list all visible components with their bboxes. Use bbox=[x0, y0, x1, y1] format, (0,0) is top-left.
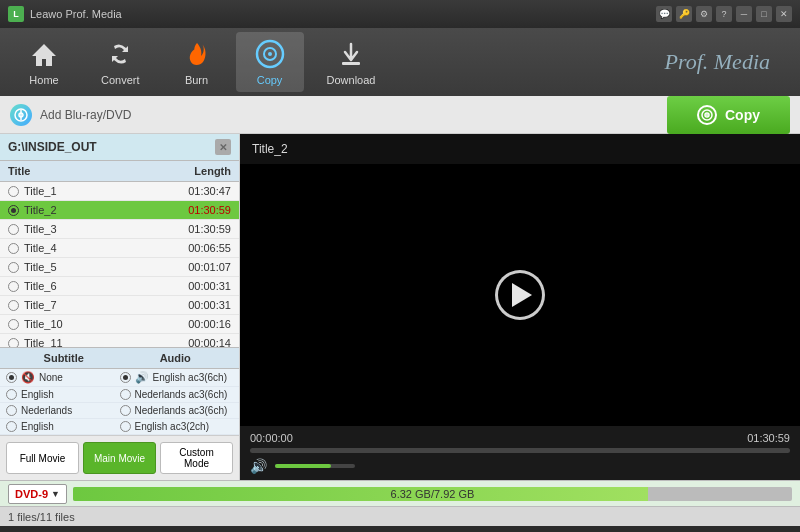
subtitle-radio[interactable] bbox=[6, 372, 17, 383]
title-radio[interactable] bbox=[8, 319, 19, 330]
main-movie-button[interactable]: Main Movie bbox=[83, 442, 156, 474]
title-radio[interactable] bbox=[8, 262, 19, 273]
audio-radio[interactable] bbox=[120, 389, 131, 400]
audio-item[interactable]: Nederlands ac3(6ch) bbox=[120, 405, 234, 416]
secondary-toolbar: Add Blu-ray/DVD Copy bbox=[0, 96, 800, 134]
title-label: Title_5 bbox=[8, 261, 188, 273]
disc-close-button[interactable]: ✕ bbox=[215, 139, 231, 155]
title-radio[interactable] bbox=[8, 243, 19, 254]
main-content: G:\INSIDE_OUT ✕ Title Length Title_1 01:… bbox=[0, 134, 800, 480]
add-disc-icon bbox=[10, 104, 32, 126]
maximize-button[interactable]: □ bbox=[756, 6, 772, 22]
title-name: Title_1 bbox=[24, 185, 57, 197]
nav-download[interactable]: Download bbox=[309, 32, 394, 92]
subtitle-radio[interactable] bbox=[6, 389, 17, 400]
disc-name: G:\INSIDE_OUT bbox=[8, 140, 97, 154]
nav-items: Home Convert Burn bbox=[10, 32, 393, 92]
title-row[interactable]: Title_1 01:30:47 bbox=[0, 182, 239, 201]
title-name: Title_10 bbox=[24, 318, 63, 330]
titles-list: Title_1 01:30:47 Title_2 01:30:59 Title_… bbox=[0, 182, 239, 347]
title-label: Title_3 bbox=[8, 223, 188, 235]
settings-icon[interactable]: ⚙ bbox=[696, 6, 712, 22]
volume-icon[interactable]: 🔊 bbox=[250, 458, 267, 474]
add-disc-section: Add Blu-ray/DVD bbox=[10, 104, 131, 126]
title-length: 00:00:14 bbox=[188, 337, 231, 347]
audio-label: English ac3(2ch) bbox=[135, 421, 209, 432]
subtitle-item[interactable]: Nederlands bbox=[6, 405, 120, 416]
title-row[interactable]: Title_3 01:30:59 bbox=[0, 220, 239, 239]
title-name: Title_6 bbox=[24, 280, 57, 292]
audio-radio[interactable] bbox=[120, 405, 131, 416]
sub-audio-row: English Nederlands ac3(6ch) bbox=[0, 387, 239, 403]
custom-mode-button[interactable]: Custom Mode bbox=[160, 442, 233, 474]
dvd-format-label: DVD-9 bbox=[15, 488, 48, 500]
help-icon[interactable]: ? bbox=[716, 6, 732, 22]
title-row[interactable]: Title_6 00:00:31 bbox=[0, 277, 239, 296]
volume-fill bbox=[275, 464, 331, 468]
close-button[interactable]: ✕ bbox=[776, 6, 792, 22]
audio-radio[interactable] bbox=[120, 421, 131, 432]
subtitle-item[interactable]: English bbox=[6, 389, 120, 400]
nav-burn[interactable]: Burn bbox=[163, 32, 231, 92]
title-row[interactable]: Title_10 00:00:16 bbox=[0, 315, 239, 334]
titles-table-header: Title Length bbox=[0, 161, 239, 182]
title-radio[interactable] bbox=[8, 300, 19, 311]
dvd-format-select[interactable]: DVD-9 ▼ bbox=[8, 484, 67, 504]
video-controls: 00:00:00 01:30:59 🔊 bbox=[240, 426, 800, 480]
subtitle-label: English bbox=[21, 421, 54, 432]
audio-item[interactable]: Nederlands ac3(6ch) bbox=[120, 389, 234, 400]
video-title: Title_2 bbox=[240, 134, 800, 164]
time-display: 00:00:00 01:30:59 bbox=[250, 432, 790, 444]
title-col-header: Title bbox=[8, 165, 194, 177]
right-panel: Title_2 00:00:00 01:30:59 🔊 bbox=[240, 134, 800, 480]
subtitle-radio[interactable] bbox=[6, 405, 17, 416]
volume-bar[interactable] bbox=[275, 464, 355, 468]
title-row[interactable]: Title_7 00:00:31 bbox=[0, 296, 239, 315]
audio-speaker-icon: 🔊 bbox=[135, 371, 149, 384]
audio-label: Nederlands ac3(6ch) bbox=[135, 405, 228, 416]
storage-bar-wrapper: 6.32 GB/7.92 GB bbox=[73, 487, 792, 501]
audio-item[interactable]: 🔊 English ac3(6ch) bbox=[120, 371, 234, 384]
subtitle-item[interactable]: English bbox=[6, 421, 120, 432]
video-area[interactable] bbox=[240, 164, 800, 426]
title-bar-left: L Leawo Prof. Media bbox=[8, 6, 122, 22]
title-row[interactable]: Title_5 00:01:07 bbox=[0, 258, 239, 277]
title-radio[interactable] bbox=[8, 281, 19, 292]
storage-bar-fill bbox=[73, 487, 648, 501]
title-radio[interactable] bbox=[8, 338, 19, 348]
nav-toolbar: Home Convert Burn bbox=[0, 28, 800, 96]
audio-item[interactable]: English ac3(2ch) bbox=[120, 421, 234, 432]
subtitle-radio[interactable] bbox=[6, 421, 17, 432]
title-label: Title_10 bbox=[8, 318, 188, 330]
title-length: 00:01:07 bbox=[188, 261, 231, 273]
title-label: Title_7 bbox=[8, 299, 188, 311]
nav-home[interactable]: Home bbox=[10, 32, 78, 92]
title-name: Title_7 bbox=[24, 299, 57, 311]
play-icon bbox=[512, 283, 532, 307]
title-radio[interactable] bbox=[8, 224, 19, 235]
nav-convert[interactable]: Convert bbox=[83, 32, 158, 92]
title-radio[interactable] bbox=[8, 205, 19, 216]
nav-copy[interactable]: Copy bbox=[236, 32, 304, 92]
title-row[interactable]: Title_11 00:00:14 bbox=[0, 334, 239, 347]
mode-buttons: Full Movie Main Movie Custom Mode bbox=[0, 435, 239, 480]
subtitle-item[interactable]: 🔇 None bbox=[6, 371, 120, 384]
title-row[interactable]: Title_4 00:06:55 bbox=[0, 239, 239, 258]
length-col-header: Length bbox=[194, 165, 231, 177]
progress-bar[interactable] bbox=[250, 448, 790, 453]
minimize-button[interactable]: ─ bbox=[736, 6, 752, 22]
copy-button[interactable]: Copy bbox=[667, 96, 790, 134]
key-icon[interactable]: 🔑 bbox=[676, 6, 692, 22]
chat-icon[interactable]: 💬 bbox=[656, 6, 672, 22]
title-length: 00:00:31 bbox=[188, 280, 231, 292]
audio-label: Nederlands ac3(6ch) bbox=[135, 389, 228, 400]
full-movie-button[interactable]: Full Movie bbox=[6, 442, 79, 474]
svg-marker-0 bbox=[32, 44, 56, 66]
nav-burn-label: Burn bbox=[185, 74, 208, 86]
title-radio[interactable] bbox=[8, 186, 19, 197]
title-row[interactable]: Title_2 01:30:59 bbox=[0, 201, 239, 220]
convert-icon bbox=[104, 38, 136, 70]
title-label: Title_1 bbox=[8, 185, 188, 197]
audio-radio[interactable] bbox=[120, 372, 131, 383]
play-button[interactable] bbox=[495, 270, 545, 320]
